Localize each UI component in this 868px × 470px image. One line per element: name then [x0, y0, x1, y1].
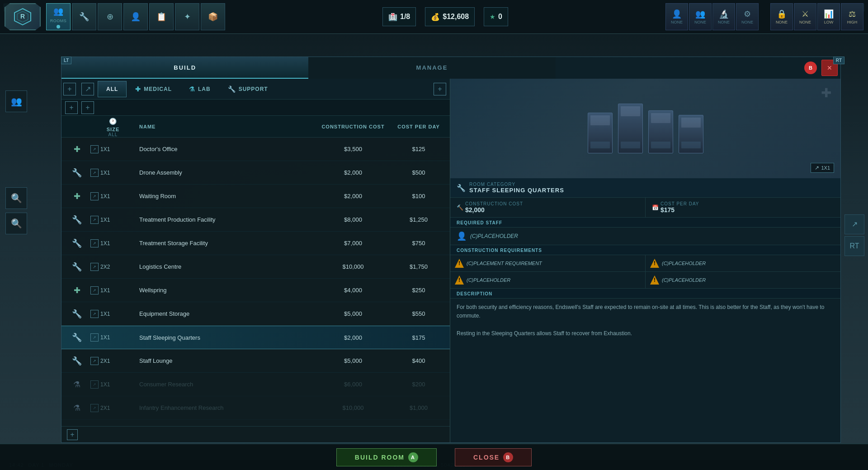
table-row[interactable]: ⚗ ↗ 1X1 Consumer Research $6,000 $200 — [61, 373, 450, 396]
wrench-icon: 🔧 — [78, 10, 90, 23]
table-row[interactable]: 🔧 ↗ 1X1 Treatment Storage Facility $7,00… — [61, 232, 450, 255]
room-size: ↗ 2X2 — [90, 263, 136, 271]
construction-value: $2,000 — [465, 206, 523, 214]
tab-build[interactable]: BUILD — [61, 57, 308, 79]
room-cpd: $125 — [389, 146, 448, 152]
cpd-info: COST PER DAY $175 — [660, 201, 699, 214]
side-btn-2[interactable]: RT — [844, 236, 864, 256]
size-value: 1X1 — [100, 381, 110, 388]
staff-icon-6[interactable]: ⚔ NONE — [794, 3, 816, 30]
panel-rt-badge: RT — [833, 57, 844, 64]
table-row[interactable]: ✚ ↗ 1X1 Waiting Room $2,000 $100 — [61, 185, 450, 208]
expand-icon: ↗ — [90, 263, 99, 271]
room-icon: 🔧 — [63, 356, 90, 366]
close-button[interactable]: CLOSE B — [455, 448, 532, 466]
table-row[interactable]: 🔧 ↗ 2X1 Staff Lounge $5,000 $400 — [61, 349, 450, 373]
nav-wrench[interactable]: 🔧 — [72, 3, 96, 30]
room-icon: ⚗ — [63, 380, 90, 389]
th-cpd: COST PER DAY — [389, 124, 448, 129]
table-row[interactable]: 🔧 ↗ 1X1 Staff Sleeping Quarters $2,000 $… — [61, 326, 450, 349]
room-size: ↗ 1X1 — [90, 192, 136, 200]
nav-crosshair[interactable]: ⊕ — [98, 3, 122, 30]
staff-icon-8[interactable]: ⚖ HIGH — [841, 3, 863, 30]
staff-icon-4[interactable]: ⚙ NONE — [736, 3, 759, 30]
expand-icon: ↗ — [90, 404, 99, 412]
close-btn-badge: B — [503, 452, 513, 462]
table-row[interactable]: 🔧 ↗ 2X2 Logistics Centre $10,000 $1,750 — [61, 255, 450, 279]
room-icon: ✚ — [63, 191, 90, 201]
support-filter-icon: 🔧 — [228, 85, 236, 93]
nav-person[interactable]: 👤 — [123, 3, 148, 30]
th-size[interactable]: 🕐 SIZE ALL — [90, 116, 136, 137]
filter-lab[interactable]: ⚗ LAB — [180, 81, 219, 97]
tab-manage[interactable]: MANAGE — [308, 57, 555, 79]
table-row[interactable]: ✚ ↗ 1X1 Doctor's Office $3,500 $125 — [61, 138, 450, 161]
room-construction-cost: $7,000 — [317, 240, 389, 247]
left-btn-2[interactable]: 🔍 — [5, 187, 27, 209]
filter-plus-left[interactable]: + — [63, 83, 76, 95]
room-construction-cost: $2,000 — [317, 169, 389, 176]
size-value: 2X1 — [100, 405, 110, 411]
category-info: ROOM CATEGORY STAFF SLEEPING QUARTERS — [469, 182, 564, 194]
left-btn-1[interactable]: 👥 — [5, 90, 27, 112]
staff-icon-2[interactable]: 👥 NONE — [689, 3, 712, 30]
size-value: 1X1 — [100, 217, 110, 223]
nav-box[interactable]: 📦 — [201, 3, 225, 30]
staff-icon-3[interactable]: 🔬 NONE — [712, 3, 735, 30]
room-icon: 🔧 — [63, 262, 90, 272]
staff-group-right: 🔒 NONE ⚔ NONE 📊 LOW ⚖ HIGH — [770, 3, 863, 30]
room-name: Treatment Storage Facility — [136, 240, 317, 247]
preview-size-value: 1X1 — [821, 165, 830, 171]
cross-decoration: ✚ — [821, 85, 831, 100]
staff-icon-5[interactable]: 🔒 NONE — [770, 3, 793, 30]
filter-plus-right[interactable]: + — [434, 83, 446, 95]
room-cpd: $550 — [389, 310, 448, 317]
detail-category-bar: 🔧 ROOM CATEGORY STAFF SLEEPING QUARTERS — [450, 178, 840, 198]
staff-icon-7[interactable]: 📊 LOW — [817, 3, 840, 30]
size-value: 1X1 — [100, 287, 110, 294]
build-label: BUILD ROOM — [355, 454, 405, 461]
req-grid: ! (C)PLACEMENT REQUIREMENT ! (C)PLACEHOL… — [450, 255, 840, 289]
size-filter-minus[interactable]: + — [81, 101, 94, 114]
filter-expand[interactable]: ↗ — [81, 83, 94, 95]
req-warn-3: ! — [455, 275, 464, 285]
table-row[interactable]: 🔧 ↗ 1X1 Drone Assembly $2,000 $500 — [61, 161, 450, 185]
left-btn-3[interactable]: 🔍 — [5, 213, 27, 234]
filter-all[interactable]: ALL — [98, 81, 127, 97]
room-size: ↗ 2X1 — [90, 404, 136, 412]
arrows-icon: ✦ — [181, 10, 193, 23]
size-filter-plus[interactable]: + — [65, 101, 78, 114]
side-btn-1[interactable]: ↗ — [844, 214, 864, 234]
req-warn-1: ! — [455, 259, 464, 268]
table-row[interactable]: 🔧 ↗ 1X1 Equipment Storage $5,000 $550 — [61, 302, 450, 326]
table-row[interactable]: 🔧 ↗ 1X1 Treatment Production Facility $8… — [61, 208, 450, 232]
preview-size-badge: ↗ 1X1 — [811, 163, 834, 173]
room-size: ↗ 1X1 — [90, 380, 136, 389]
staff-placeholder-text: (C)PLACEHOLDER — [470, 233, 518, 239]
add-row-button[interactable]: + — [67, 429, 78, 440]
room-name: Consumer Research — [136, 381, 317, 388]
table-row[interactable]: ⚗ ↗ 2X1 Infantry Enhancement Research $1… — [61, 396, 450, 420]
filter-medical[interactable]: ✚ MEDICAL — [127, 81, 180, 97]
room-icon: ⚗ — [63, 403, 90, 413]
hud-right: 👤 NONE 👥 NONE 🔬 NONE ⚙ NONE 🔒 NONE — [665, 3, 863, 30]
hud-center-stats: 🏥 1/8 💰 $12,608 ★ 0 — [225, 7, 665, 26]
add-row[interactable]: + — [61, 426, 450, 442]
active-dot — [57, 25, 60, 28]
lab-filter-icon: ⚗ — [189, 85, 195, 93]
description-text: For both security and efficiency reasons… — [457, 303, 834, 338]
nav-clipboard[interactable]: 📋 — [149, 3, 174, 30]
filter-support[interactable]: 🔧 SUPPORT — [219, 81, 277, 97]
size-value: 1X1 — [100, 146, 110, 152]
preview-image: ✚ — [450, 79, 840, 178]
detail-panel: ✚ ↗ 1X1 🔧 ROOM CATEGORY STAFF SLEEPING Q… — [450, 79, 840, 442]
panel-content: + ↗ ALL ✚ MEDICAL ⚗ LAB 🔧 SUPPO — [61, 79, 840, 442]
size-value: 2X1 — [100, 358, 110, 364]
build-room-button[interactable]: BUILD ROOM A — [336, 448, 437, 466]
room-cpd: $400 — [389, 357, 448, 364]
staff-icon-1[interactable]: 👤 NONE — [665, 3, 688, 30]
nav-people[interactable]: 👥 ROOMS — [46, 3, 71, 30]
table-row[interactable]: ✚ ↗ 1X1 Wellspring $4,000 $250 — [61, 279, 450, 302]
expand-icon: ↗ — [90, 192, 99, 200]
nav-arrows[interactable]: ✦ — [175, 3, 199, 30]
